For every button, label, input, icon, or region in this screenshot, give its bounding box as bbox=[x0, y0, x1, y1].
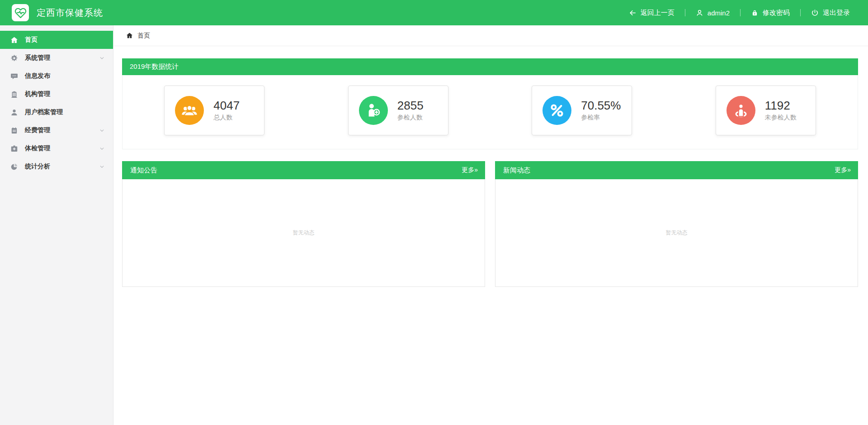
change-password-label: 修改密码 bbox=[763, 9, 790, 17]
power-icon bbox=[811, 9, 819, 17]
breadcrumb-home-link[interactable]: 首页 bbox=[137, 32, 150, 40]
logout-label: 退出登录 bbox=[823, 9, 850, 17]
sidebar-item-user-archives[interactable]: 用户档案管理 bbox=[0, 103, 113, 121]
person-pin-icon bbox=[726, 96, 755, 125]
sidebar-item-label: 经费管理 bbox=[25, 126, 50, 134]
back-button-label: 返回上一页 bbox=[641, 9, 675, 17]
logout-button[interactable]: 退出登录 bbox=[801, 9, 850, 17]
notice-panel-body: 暂无动态 bbox=[122, 179, 485, 287]
medkit-icon bbox=[10, 145, 18, 153]
sidebar: 首页 系统管理 bbox=[0, 25, 113, 425]
sidebar-item-funds-management[interactable]: 经费管理 bbox=[0, 121, 113, 139]
app-title: 定西市保健系统 bbox=[37, 7, 103, 19]
sidebar-item-home[interactable]: 首页 bbox=[0, 31, 113, 49]
sidebar-item-statistics[interactable]: 统计分析 bbox=[0, 158, 113, 176]
users-icon bbox=[175, 96, 204, 125]
stat-label: 未参检人数 bbox=[765, 114, 797, 122]
notice-panel-header: 通知公告 更多» bbox=[122, 161, 485, 179]
percent-icon bbox=[542, 96, 571, 125]
stat-label: 总人数 bbox=[213, 114, 240, 122]
building-icon bbox=[10, 91, 18, 98]
stat-value: 2855 bbox=[397, 99, 424, 113]
sidebar-item-label: 用户档案管理 bbox=[25, 108, 63, 116]
stat-label: 参检人数 bbox=[397, 114, 424, 122]
stat-card-rate: 70.55% 参检率 bbox=[532, 86, 632, 135]
news-panel: 新闻动态 更多» 暂无动态 bbox=[495, 161, 858, 287]
person-plus-icon bbox=[359, 96, 388, 125]
app-logo bbox=[12, 4, 29, 21]
user-icon bbox=[696, 9, 703, 17]
heart-pulse-icon bbox=[14, 7, 27, 19]
chevron-down-icon bbox=[99, 128, 105, 134]
empty-state-text: 暂无动态 bbox=[666, 229, 688, 237]
stat-value: 4047 bbox=[213, 99, 240, 113]
notebook-icon bbox=[10, 127, 18, 134]
empty-state-text: 暂无动态 bbox=[293, 229, 315, 237]
sidebar-item-label: 体检管理 bbox=[25, 144, 50, 153]
user-icon bbox=[10, 109, 18, 116]
notice-more-link[interactable]: 更多» bbox=[462, 166, 478, 174]
home-icon bbox=[126, 32, 133, 39]
chevron-down-icon bbox=[99, 164, 105, 170]
lock-icon bbox=[751, 9, 759, 17]
chevron-down-icon bbox=[99, 146, 105, 152]
stat-value: 70.55% bbox=[581, 99, 621, 113]
news-panel-body: 暂无动态 bbox=[495, 179, 858, 287]
gear-icon bbox=[10, 54, 18, 62]
breadcrumb: 首页 bbox=[113, 25, 868, 46]
sidebar-item-label: 系统管理 bbox=[25, 54, 50, 62]
stat-label: 参检率 bbox=[581, 114, 621, 122]
news-more-link[interactable]: 更多» bbox=[835, 166, 851, 174]
arrow-left-icon bbox=[629, 9, 637, 17]
sidebar-item-label: 信息发布 bbox=[25, 72, 50, 80]
stats-section-title: 2019年数据统计 bbox=[122, 58, 858, 75]
back-button[interactable]: 返回上一页 bbox=[618, 9, 685, 17]
panel-title: 通知公告 bbox=[130, 166, 157, 175]
pie-chart-icon bbox=[10, 163, 18, 171]
sidebar-item-org-management[interactable]: 机构管理 bbox=[0, 85, 113, 103]
stat-value: 1192 bbox=[765, 99, 797, 113]
sidebar-item-label: 统计分析 bbox=[25, 162, 50, 171]
current-user-button[interactable]: admin2 bbox=[685, 9, 740, 17]
sidebar-item-label: 首页 bbox=[25, 36, 38, 44]
notice-panel: 通知公告 更多» 暂无动态 bbox=[122, 161, 485, 287]
comment-icon bbox=[10, 72, 18, 80]
stats-section: 2019年数据统计 bbox=[122, 58, 858, 149]
stat-card-examined: 2855 参检人数 bbox=[348, 86, 448, 135]
app-window: 定西市保健系统 返回上一页 admin2 bbox=[0, 0, 868, 425]
sidebar-item-system-management[interactable]: 系统管理 bbox=[0, 49, 113, 67]
username-label: admin2 bbox=[708, 9, 730, 17]
stat-card-total: 4047 总人数 bbox=[164, 86, 264, 135]
panel-title: 新闻动态 bbox=[503, 166, 530, 175]
app-header: 定西市保健系统 返回上一页 admin2 bbox=[0, 0, 868, 25]
stat-card-unexamined: 1192 未参检人数 bbox=[716, 86, 816, 135]
home-icon bbox=[10, 36, 18, 44]
sidebar-item-physical-exam[interactable]: 体检管理 bbox=[0, 139, 113, 158]
news-panel-header: 新闻动态 更多» bbox=[495, 161, 858, 179]
change-password-button[interactable]: 修改密码 bbox=[741, 9, 800, 17]
stats-cards-row: 4047 总人数 bbox=[122, 75, 858, 149]
chevron-down-icon bbox=[99, 55, 105, 61]
sidebar-item-info-publish[interactable]: 信息发布 bbox=[0, 67, 113, 85]
sidebar-item-label: 机构管理 bbox=[25, 90, 50, 98]
